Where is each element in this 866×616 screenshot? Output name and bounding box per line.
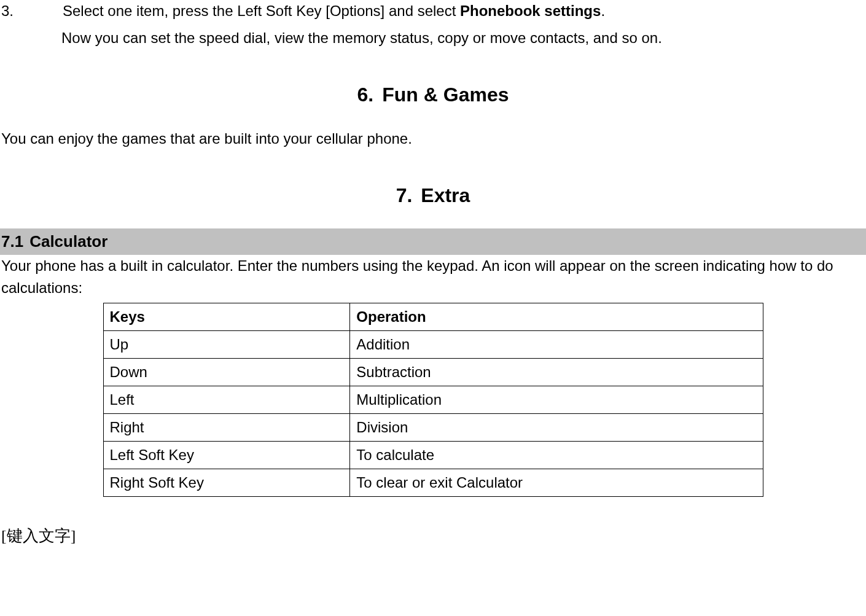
section-6-heading: 6.Fun & Games — [0, 80, 866, 109]
table-header-keys: Keys — [103, 303, 350, 331]
section-6-body: You can enjoy the games that are built i… — [0, 128, 866, 150]
table-cell-key: Right Soft Key — [103, 469, 350, 497]
table-row: Right Soft Key To clear or exit Calculat… — [103, 469, 763, 497]
list-item-body: Select one item, press the Left Soft Key… — [63, 0, 866, 22]
table-cell-operation: Addition — [350, 331, 763, 359]
table-cell-key: Up — [103, 331, 350, 359]
subsection-7-1-body: Your phone has a built in calculator. En… — [0, 255, 866, 299]
section-6-title: Fun & Games — [382, 84, 509, 106]
section-6-number: 6. — [357, 80, 374, 109]
calculator-keys-table: Keys Operation Up Addition Down Subtract… — [103, 303, 763, 497]
table-row: Up Addition — [103, 331, 763, 359]
table-cell-operation: Subtraction — [350, 359, 763, 386]
table-cell-key: Left — [103, 386, 350, 414]
subsection-7-1-heading: 7.1Calculator — [0, 228, 866, 255]
table-row: Right Division — [103, 414, 763, 442]
table-cell-operation: Multiplication — [350, 386, 763, 414]
subsection-7-1-title: Calculator — [29, 232, 107, 251]
table-cell-key: Down — [103, 359, 350, 386]
list-item-text-pre: Select one item, press the Left Soft Key… — [63, 2, 460, 19]
subsection-7-1-number: 7.1 — [1, 230, 23, 254]
section-7-heading: 7.Extra — [0, 181, 866, 210]
table-header-row: Keys Operation — [103, 303, 763, 331]
footer-placeholder-text: [键入文字] — [0, 524, 866, 548]
table-cell-operation: To clear or exit Calculator — [350, 469, 763, 497]
ordered-list-item-3: 3. Select one item, press the Left Soft … — [0, 0, 866, 22]
list-item-continuation: Now you can set the speed dial, view the… — [0, 22, 866, 49]
table-cell-operation: Division — [350, 414, 763, 442]
section-7-number: 7. — [396, 181, 413, 210]
list-number: 3. — [0, 0, 63, 22]
list-item-text-bold: Phonebook settings — [460, 2, 601, 19]
table-cell-key: Left Soft Key — [103, 442, 350, 469]
table-cell-key: Right — [103, 414, 350, 442]
table-cell-operation: To calculate — [350, 442, 763, 469]
table-row: Left Soft Key To calculate — [103, 442, 763, 469]
list-item-text-post: . — [601, 2, 605, 19]
table-header-operation: Operation — [350, 303, 763, 331]
section-7-title: Extra — [421, 184, 470, 206]
table-row: Down Subtraction — [103, 359, 763, 386]
table-row: Left Multiplication — [103, 386, 763, 414]
